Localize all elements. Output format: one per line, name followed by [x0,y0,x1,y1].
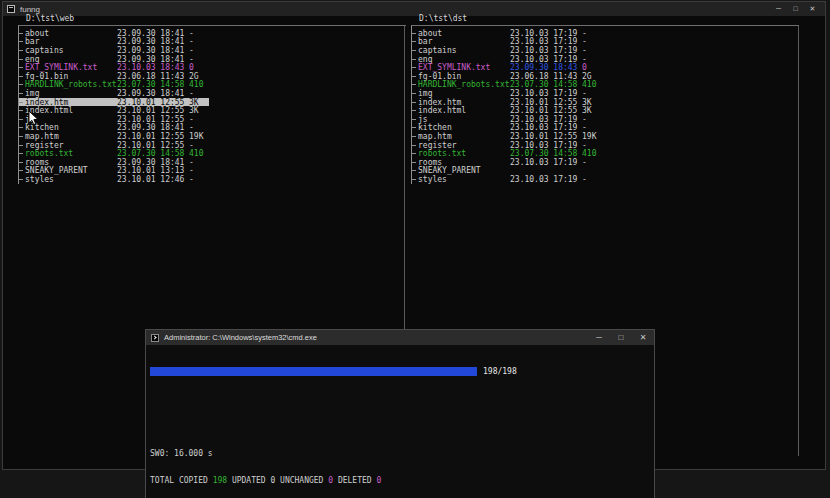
file-datetime: 23.10.01 12:46 [117,175,189,184]
file-row[interactable]: captains23.10.03 17:19- [412,46,799,55]
tree-branch-icon [412,76,416,77]
file-row[interactable]: HARDLINK_robots.txt23.07.30 14:58410 [412,81,799,90]
right-panel-path: D:\tst\dst [411,12,799,25]
totals-segment: UPDATED [227,476,270,485]
right-panel-list: about23.10.03 17:19-bar23.10.03 17:19-ca… [411,25,799,184]
cmd-output: 198/198 SW0: 16.000 s TOTAL COPIED 198 U… [146,345,654,498]
tree-branch-icon [412,110,416,111]
tree-branch-icon [412,33,416,34]
file-name: styles [25,175,117,184]
console-icon [151,334,159,342]
file-row[interactable]: index.htm23.10.01 12:553K [412,98,799,107]
minimize-icon[interactable]: ─ [588,330,610,345]
tree-branch-icon [412,153,416,154]
left-panel: D:\tst\web about23.09.30 18:41-bar23.09.… [18,12,406,184]
cmd-window: Administrator: C:\Windows\system32\cmd.e… [145,329,655,498]
cmd-titlebar[interactable]: Administrator: C:\Windows\system32\cmd.e… [146,330,654,345]
tree-branch-icon [412,84,416,85]
file-row[interactable]: index.htm23.10.01 12:553K [19,98,406,107]
totals-segment: 0 [376,476,381,485]
file-row[interactable]: EXT_SYMLINK.txt23.09.30 18:430 [412,63,799,72]
tree-branch-icon [412,145,416,146]
close-icon[interactable]: ✕ [632,330,654,345]
mouse-cursor-icon [28,110,39,126]
cmd-window-controls: ─ □ ✕ [588,330,654,345]
tree-branch-icon [19,84,23,85]
close-icon[interactable]: ✕ [804,2,821,16]
tree-branch-icon [19,153,23,154]
tree-branch-icon [19,170,23,171]
file-row[interactable]: HARDLINK_robots.txt23.07.30 14:58410 [19,81,406,90]
blank-line [150,395,654,404]
file-row[interactable]: styles23.10.01 12:46- [19,175,406,184]
file-row[interactable]: kitchen23.10.03 17:19- [412,124,799,133]
tree-branch-icon [19,162,23,163]
file-row[interactable]: about23.09.30 18:41- [19,29,406,38]
left-panel-list: about23.09.30 18:41-bar23.09.30 18:41-ca… [18,25,406,184]
file-row[interactable]: kitchen23.09.30 18:41- [19,124,406,133]
tree-branch-icon [412,179,416,180]
tree-branch-icon [412,59,416,60]
file-row[interactable]: map.htm23.10.01 12:5519K [19,132,406,141]
tree-branch-icon [19,76,23,77]
file-row[interactable]: SNEAKY_PARENT23.10.01 13:13- [19,167,406,176]
file-row[interactable]: js23.10.01 12:55- [19,115,406,124]
file-row[interactable]: index.html23.10.01 12:553K [412,106,799,115]
file-row[interactable]: EXT_SYMLINK.txt23.10.03 18:430 [19,63,406,72]
maximize-icon[interactable]: □ [610,330,632,345]
tree-branch-icon [412,67,416,68]
right-panel-border [798,26,799,456]
tree-branch-icon [412,127,416,128]
tree-branch-icon [412,41,416,42]
tree-branch-icon [19,102,23,103]
file-row[interactable]: robots.txt23.07.30 14:58410 [412,149,799,158]
file-row[interactable]: fg-01.bin23.06.18 11:432G [412,72,799,81]
progress-row: 198/198 [150,365,654,377]
tree-branch-icon [19,127,23,128]
tree-branch-icon [19,33,23,34]
totals-segment: DELETED [333,476,376,485]
file-row[interactable]: robots.txt23.07.30 14:58410 [19,149,406,158]
tree-branch-icon [412,162,416,163]
file-row[interactable]: about23.10.03 17:19- [412,29,799,38]
right-panel: D:\tst\dst about23.10.03 17:19-bar23.10.… [411,12,799,184]
tree-branch-icon [412,93,416,94]
totals-line: TOTAL COPIED 198 UPDATED 0 UNCHANGED 0 D… [150,476,654,485]
file-row[interactable]: captains23.09.30 18:41- [19,46,406,55]
file-row[interactable]: fg-01.bin23.06.18 11:432G [19,72,406,81]
stopwatch-line: SW0: 16.000 s [150,449,654,458]
file-row[interactable]: styles23.10.03 17:19- [412,175,799,184]
file-row[interactable]: bar23.09.30 18:41- [19,38,406,47]
file-size: - [582,158,587,167]
tree-branch-icon [19,119,23,120]
tree-branch-icon [412,102,416,103]
file-row[interactable]: eng23.10.03 17:19- [412,55,799,64]
file-row[interactable]: eng23.09.30 18:41- [19,55,406,64]
file-row[interactable]: rooms23.10.03 17:19- [412,158,799,167]
tree-branch-icon [19,93,23,94]
file-row[interactable]: rooms23.09.30 18:41- [19,158,406,167]
tree-branch-icon [19,179,23,180]
file-size: - [582,175,587,184]
left-panel-path: D:\tst\web [18,12,406,25]
cmd-title: Administrator: C:\Windows\system32\cmd.e… [164,333,317,342]
tree-branch-icon [412,136,416,137]
progress-bar [150,367,477,376]
file-row[interactable]: map.htm23.10.01 12:5519K [412,132,799,141]
tree-branch-icon [19,145,23,146]
file-size: - [189,175,194,184]
tree-branch-icon [412,50,416,51]
file-row[interactable]: img23.09.30 18:41- [19,89,406,98]
file-datetime: 23.10.03 17:19 [510,158,582,167]
file-row[interactable]: register23.10.01 12:55- [19,141,406,150]
file-row[interactable]: js23.10.03 17:19- [412,115,799,124]
file-row[interactable]: SNEAKY_PARENT [412,167,799,176]
file-row[interactable]: img23.10.03 17:19- [412,89,799,98]
file-row[interactable]: index.html23.10.01 12:553K [19,106,406,115]
blank-line [150,422,654,431]
tree-branch-icon [412,170,416,171]
app-icon [7,5,15,13]
tree-branch-icon [19,136,23,137]
file-row[interactable]: register23.10.03 17:19- [412,141,799,150]
file-row[interactable]: bar23.10.03 17:19- [412,38,799,47]
